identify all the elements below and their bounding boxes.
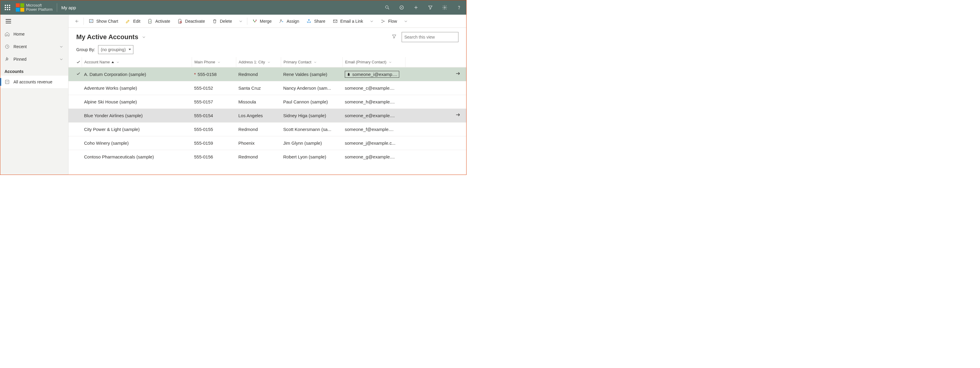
svg-line-1: [388, 8, 389, 9]
col-header-primary-contact[interactable]: Primary Contact: [281, 57, 342, 67]
grid-header-row: Account Name Main Phone Address 1: City …: [68, 57, 466, 67]
sidebar-toggle-button[interactable]: [0, 15, 68, 28]
cell-primary-contact[interactable]: Sidney Higa (sample): [281, 113, 342, 118]
table-row[interactable]: Blue Yonder Airlines (sample)555-0154Los…: [68, 108, 466, 122]
row-select[interactable]: [73, 71, 82, 77]
arrow-left-icon: [74, 19, 79, 24]
cmd-label: Share: [314, 19, 325, 24]
col-header-email[interactable]: Email (Primary Contact): [342, 57, 405, 67]
email-link-split-button[interactable]: [367, 16, 376, 26]
cell-email[interactable]: someone_g@example....: [342, 154, 405, 159]
table-row[interactable]: Alpine Ski House (sample)555-0157Missoul…: [68, 95, 466, 108]
nav-pinned[interactable]: Pinned: [0, 53, 68, 65]
nav-all-accounts-revenue[interactable]: All accounts revenue: [0, 76, 68, 88]
cell-primary-contact[interactable]: Robert Lyon (sample): [281, 154, 342, 159]
cell-main-phone[interactable]: 555-0157: [192, 99, 236, 104]
col-header-spacer: [405, 57, 466, 67]
search-input[interactable]: [404, 35, 457, 40]
deactivate-button[interactable]: Deactivate: [174, 16, 208, 26]
cell-main-phone[interactable]: *555-0158: [192, 72, 236, 77]
col-header-main-phone[interactable]: Main Phone: [192, 57, 236, 67]
chevron-down-icon[interactable]: [141, 34, 146, 40]
edit-button[interactable]: Edit: [123, 16, 143, 26]
cell-email[interactable]: someone_h@example....: [342, 99, 405, 104]
col-header-city[interactable]: Address 1: City: [236, 57, 281, 67]
col-header-account-name[interactable]: Account Name: [82, 57, 192, 67]
cell-primary-contact[interactable]: Paul Cannon (sample): [281, 99, 342, 104]
cell-city[interactable]: Redmond: [236, 154, 281, 159]
cell-email[interactable]: someone_i@examp....: [342, 71, 405, 78]
advanced-filter-button[interactable]: [423, 0, 438, 15]
share-button[interactable]: Share: [303, 16, 328, 26]
email-link-button[interactable]: Email a Link: [329, 16, 366, 26]
cell-city[interactable]: Redmond: [236, 127, 281, 132]
cell-account-name[interactable]: Contoso Pharmaceuticals (sample): [82, 154, 192, 159]
app-launcher-button[interactable]: [0, 0, 15, 15]
row-open-arrow[interactable]: [455, 112, 466, 119]
view-search[interactable]: [402, 32, 458, 42]
cell-main-phone[interactable]: 555-0159: [192, 141, 236, 146]
merge-button[interactable]: Merge: [249, 16, 275, 26]
flow-icon: [380, 19, 386, 24]
select-all-header[interactable]: [73, 57, 82, 67]
help-button[interactable]: [452, 0, 466, 15]
cell-main-phone[interactable]: 555-0156: [192, 154, 236, 159]
cell-account-name[interactable]: City Power & Light (sample): [82, 127, 192, 132]
table-row[interactable]: Coho Winery (sample)555-0159PhoenixJim G…: [68, 136, 466, 150]
cell-primary-contact[interactable]: Scott Konersmann (sa...: [281, 127, 342, 132]
nav-home[interactable]: Home: [0, 28, 68, 40]
view-header: My Active Accounts: [68, 28, 466, 44]
activate-button[interactable]: Activate: [145, 16, 173, 26]
cell-email[interactable]: someone_j@example.c...: [342, 141, 405, 146]
pin-icon: [5, 57, 10, 62]
lock-icon: [347, 73, 350, 76]
brand-text: Microsoft Power Platform: [26, 3, 52, 12]
chevron-down-icon: [267, 60, 271, 64]
table-row[interactable]: Adventure Works (sample)555-0152Santa Cr…: [68, 81, 466, 95]
delete-split-button[interactable]: [236, 16, 245, 26]
cell-main-phone[interactable]: 555-0154: [192, 113, 236, 118]
task-button[interactable]: [395, 0, 409, 15]
table-row[interactable]: Contoso Pharmaceuticals (sample)555-0156…: [68, 150, 466, 163]
cell-city[interactable]: Missoula: [236, 99, 281, 104]
column-filter-button[interactable]: [390, 32, 399, 42]
add-button[interactable]: [409, 0, 423, 15]
table-row[interactable]: City Power & Light (sample)555-0155Redmo…: [68, 122, 466, 136]
delete-button[interactable]: Delete: [209, 16, 235, 26]
flow-split-button[interactable]: [401, 16, 410, 26]
cell-main-phone[interactable]: 555-0152: [192, 86, 236, 90]
back-button[interactable]: [72, 16, 82, 26]
assign-button[interactable]: Assign: [276, 16, 302, 26]
grid-body: A. Datum Corporation (sample)*555-0158Re…: [68, 67, 466, 163]
cell-account-name[interactable]: Blue Yonder Airlines (sample): [82, 113, 192, 118]
cell-city[interactable]: Santa Cruz: [236, 86, 281, 90]
cell-account-name[interactable]: A. Datum Corporation (sample): [82, 72, 192, 77]
group-by-select[interactable]: (no grouping): [98, 45, 134, 54]
cell-email[interactable]: someone_c@example....: [342, 86, 405, 90]
col-label: Address 1: City: [239, 60, 265, 64]
cell-email[interactable]: someone_e@example....: [342, 113, 405, 118]
cell-account-name[interactable]: Coho Winery (sample): [82, 141, 192, 146]
nav-recent[interactable]: Recent: [0, 40, 68, 53]
global-search-button[interactable]: [380, 0, 395, 15]
cell-city[interactable]: Redmond: [236, 72, 281, 77]
table-row[interactable]: A. Datum Corporation (sample)*555-0158Re…: [68, 67, 466, 81]
row-open-arrow[interactable]: [455, 71, 466, 78]
flow-button[interactable]: Flow: [377, 16, 400, 26]
cell-primary-contact[interactable]: Rene Valdes (sample): [281, 72, 342, 77]
cell-account-name[interactable]: Adventure Works (sample): [82, 86, 192, 90]
cell-email[interactable]: someone_f@example....: [342, 127, 405, 132]
show-chart-button[interactable]: Show Chart: [86, 16, 121, 26]
cell-primary-contact[interactable]: Jim Glynn (sample): [281, 141, 342, 146]
group-by-label: Group By:: [76, 47, 95, 52]
cell-main-phone[interactable]: 555-0155: [192, 127, 236, 132]
cell-city[interactable]: Los Angeles: [236, 113, 281, 118]
chevron-down-icon: [238, 19, 243, 24]
cell-primary-contact[interactable]: Nancy Anderson (sam...: [281, 86, 342, 90]
settings-button[interactable]: [438, 0, 452, 15]
cmd-label: Flow: [388, 19, 397, 24]
cmd-label: Edit: [133, 19, 140, 24]
cell-account-name[interactable]: Alpine Ski House (sample): [82, 99, 192, 104]
command-bar: Show Chart Edit Activate Deactivate Dele…: [68, 15, 466, 28]
cell-city[interactable]: Phoenix: [236, 141, 281, 146]
